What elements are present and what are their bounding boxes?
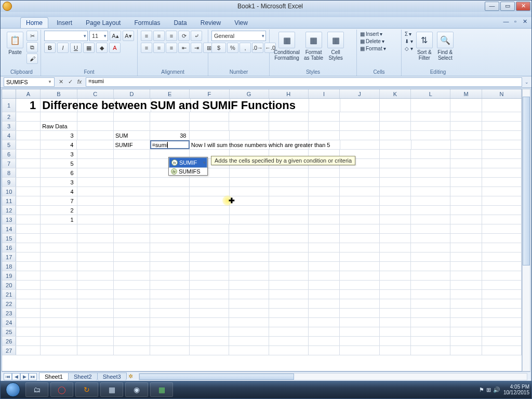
decrease-indent-button[interactable]: ⇤ [178, 43, 190, 53]
cell-A5[interactable] [16, 140, 41, 149]
row-header-25[interactable]: 25 [2, 327, 16, 336]
cell-C10[interactable] [77, 187, 114, 196]
cell-B2[interactable] [41, 112, 77, 121]
number-format-select[interactable]: General [211, 31, 266, 41]
cell-I4[interactable] [309, 131, 340, 140]
cell-H19[interactable] [269, 271, 309, 280]
tab-review[interactable]: Review [195, 18, 226, 28]
shrink-font-button[interactable]: A▾ [123, 31, 134, 41]
row-header-24[interactable]: 24 [2, 318, 16, 327]
cell-N8[interactable] [482, 168, 522, 177]
cell-G8[interactable] [230, 168, 269, 177]
cell-H26[interactable] [269, 337, 309, 345]
cell-M19[interactable] [450, 271, 482, 280]
cell-D10[interactable] [114, 187, 150, 196]
cell-C15[interactable] [77, 234, 114, 243]
cell-F12[interactable] [190, 206, 229, 215]
cell-K25[interactable] [380, 327, 411, 336]
cell-A15[interactable] [16, 234, 41, 243]
row-header-4[interactable]: 4 [2, 131, 16, 140]
cell-N21[interactable] [482, 290, 522, 299]
cell-D17[interactable] [114, 252, 150, 261]
cell-B1[interactable]: Difference between SUM and SUMIF Functio… [41, 99, 78, 112]
cell-H9[interactable] [269, 178, 309, 187]
cell-I17[interactable] [309, 252, 340, 261]
cell-J23[interactable] [340, 309, 379, 317]
cell-C24[interactable] [77, 318, 114, 327]
cell-J5[interactable] [340, 140, 380, 149]
cell-F21[interactable] [190, 290, 229, 299]
cell-I3[interactable] [309, 122, 340, 130]
cell-I15[interactable] [309, 234, 340, 243]
cell-N19[interactable] [482, 271, 522, 280]
cell-L23[interactable] [411, 309, 450, 317]
cell-D3[interactable] [114, 122, 150, 130]
row-header-27[interactable]: 27 [2, 346, 16, 355]
cell-N1[interactable] [482, 99, 522, 112]
row-header-18[interactable]: 18 [2, 262, 16, 271]
tray-volume-icon[interactable]: 🔊 [493, 387, 500, 393]
cell-M15[interactable] [450, 234, 482, 243]
cell-B23[interactable] [41, 309, 77, 317]
maximize-button[interactable]: ▭ [500, 2, 515, 11]
cell-G24[interactable] [229, 318, 269, 327]
tab-data[interactable]: Data [168, 18, 192, 28]
cell-F10[interactable] [190, 187, 229, 196]
cell-M21[interactable] [450, 290, 482, 299]
grow-font-button[interactable]: A▴ [110, 31, 121, 41]
align-center-button[interactable]: ≡ [153, 43, 165, 53]
cell-K14[interactable] [380, 224, 411, 233]
cell-L1[interactable] [411, 99, 450, 112]
cell-B4[interactable]: 3 [41, 131, 77, 140]
doc-restore-button[interactable]: ▫ [512, 18, 519, 25]
formula-autocomplete[interactable]: fx SUMIF fx SUMIFS [168, 157, 208, 176]
cell-I27[interactable] [309, 346, 340, 355]
cell-M25[interactable] [450, 327, 482, 336]
align-bottom-button[interactable]: ≡ [166, 31, 177, 41]
cell-F19[interactable] [190, 271, 229, 280]
cell-N7[interactable] [482, 159, 522, 168]
cell-M5[interactable] [451, 140, 482, 149]
cell-J17[interactable] [340, 252, 379, 261]
cell-I19[interactable] [309, 271, 340, 280]
cell-C9[interactable] [77, 178, 114, 187]
cell-L21[interactable] [411, 290, 450, 299]
cell-B6[interactable]: 3 [41, 150, 77, 158]
cell-C2[interactable] [77, 112, 114, 121]
cell-H3[interactable] [269, 122, 309, 130]
cell-G3[interactable] [229, 122, 269, 130]
sheet-nav-next[interactable]: ▶ [20, 373, 29, 380]
cell-N9[interactable] [482, 178, 522, 187]
cell-H17[interactable] [269, 252, 309, 261]
cell-B8[interactable]: 6 [41, 168, 77, 177]
cell-F25[interactable] [190, 327, 229, 336]
cell-K12[interactable] [380, 206, 411, 215]
cell-I12[interactable] [309, 206, 340, 215]
cell-N27[interactable] [482, 346, 522, 355]
cell-A9[interactable] [16, 178, 41, 187]
cell-F5[interactable]: Now I will sum those numbers which are g… [190, 140, 230, 149]
cell-M12[interactable] [450, 206, 482, 215]
cell-K20[interactable] [380, 281, 411, 289]
cell-L5[interactable] [411, 140, 451, 149]
row-header-14[interactable]: 14 [2, 224, 16, 233]
column-header-N[interactable]: N [482, 89, 522, 98]
cell-G14[interactable] [229, 224, 269, 233]
cell-H24[interactable] [269, 318, 309, 327]
cell-C21[interactable] [77, 290, 114, 299]
column-header-L[interactable]: L [411, 89, 450, 98]
cell-H14[interactable] [269, 224, 309, 233]
cell-E2[interactable] [150, 112, 190, 121]
cell-E5[interactable]: =sumi [150, 140, 190, 149]
cell-L17[interactable] [411, 252, 450, 261]
cell-K13[interactable] [380, 215, 411, 224]
cell-E27[interactable] [150, 346, 190, 355]
cell-A10[interactable] [16, 187, 41, 196]
cell-B24[interactable] [41, 318, 77, 327]
column-header-I[interactable]: I [309, 89, 340, 98]
cell-L15[interactable] [411, 234, 450, 243]
cell-D6[interactable] [114, 150, 150, 158]
expand-formula-bar-button[interactable]: ⌄ [522, 79, 531, 85]
sheet-tab-3[interactable]: Sheet3 [97, 373, 127, 380]
sort-filter-button[interactable]: ⇅ Sort & Filter [415, 31, 434, 62]
